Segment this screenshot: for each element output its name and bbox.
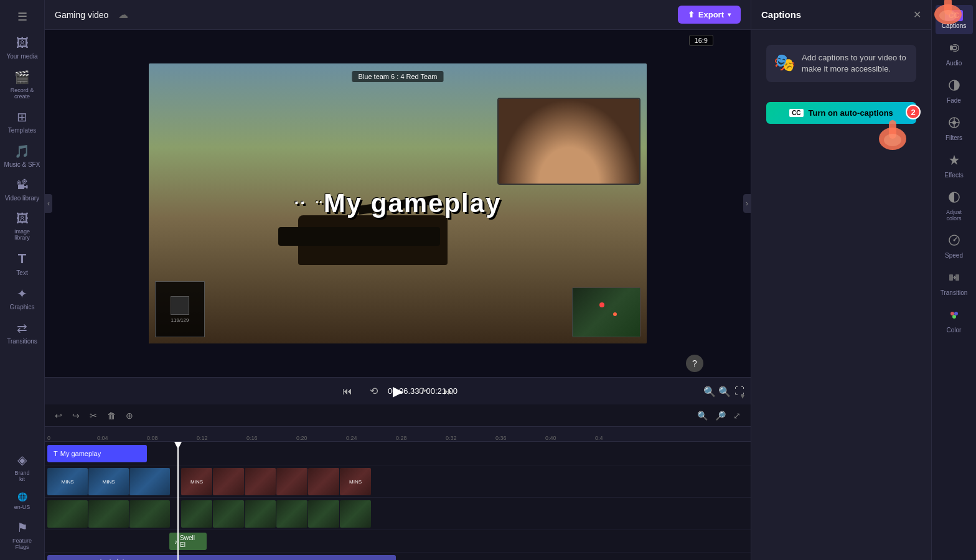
video-thumb-2-6 bbox=[245, 500, 276, 528]
locale-label: en-US bbox=[14, 504, 30, 510]
brand-label: Brandkit bbox=[14, 470, 29, 482]
hamburger-menu-icon[interactable]: ☰ bbox=[17, 10, 27, 24]
skip-to-start-button[interactable]: ⏮ bbox=[340, 383, 355, 399]
sidebar-item-brand[interactable]: ◈ Brandkit bbox=[0, 447, 44, 487]
sidebar-item-music[interactable]: 🎵 Music & SFX bbox=[0, 139, 44, 173]
icon-tool-speed[interactable]: Speed bbox=[936, 229, 973, 264]
video-segment-post[interactable]: MINS MINS bbox=[181, 468, 393, 495]
swell-clip[interactable]: ♪ Swell El bbox=[169, 533, 207, 550]
icon-tool-filters[interactable]: Filters bbox=[936, 111, 973, 146]
icon-tool-audio[interactable]: Audio bbox=[936, 37, 973, 72]
zoom-controls: 🔍 🔎 ⤢ bbox=[695, 409, 743, 422]
video-thumb-7 bbox=[276, 468, 307, 495]
video-background: ‥My gameplay Blue team 6 : 4 Red Team bbox=[149, 63, 647, 343]
video-seg-2-pre[interactable] bbox=[47, 500, 178, 528]
preview-video: ‥My gameplay Blue team 6 : 4 Red Team bbox=[149, 63, 647, 343]
sidebar-item-your-media[interactable]: 🖼 Your media bbox=[0, 31, 44, 65]
sidebar-item-image-library[interactable]: 🖼 Imagelibrary bbox=[0, 207, 44, 246]
ruler-mark-0: 0 bbox=[47, 435, 97, 441]
captions-description: Add captions to your video to make it mo… bbox=[802, 52, 909, 75]
zoom-in-button[interactable]: 🔎 bbox=[713, 409, 728, 422]
video-thumb-2-2 bbox=[88, 500, 129, 528]
video-thumb-2-1 bbox=[47, 500, 88, 528]
swell-clip-icon: ♪ bbox=[174, 538, 177, 545]
captions-info-card: 🎭 Add captions to your video to make it … bbox=[766, 45, 916, 82]
aspect-ratio-badge[interactable]: 16:9 bbox=[689, 35, 713, 46]
rewind-button[interactable]: ⟲ bbox=[367, 383, 380, 399]
timeline-section: ↩ ↪ ✂ 🗑 ⊕ 🔍 🔎 ⤢ 0 0:04 0:08 0:12 0:16 0:… bbox=[45, 404, 751, 560]
title-clip-label: My gameplay bbox=[60, 450, 101, 457]
auto-captions-container: CC Turn on auto-captions 2 bbox=[759, 97, 924, 129]
swell-clip-label: Swell El bbox=[180, 534, 202, 548]
sidebar-item-video-library[interactable]: 📽 Video library bbox=[0, 173, 44, 207]
icon-tool-color[interactable]: Color bbox=[936, 304, 973, 338]
svg-rect-17 bbox=[949, 274, 953, 281]
sidebar-item-feature-flags[interactable]: ⚑ FeatureFlags bbox=[0, 515, 44, 555]
svg-point-20 bbox=[954, 312, 958, 315]
map-overlay bbox=[572, 287, 640, 337]
sidebar-item-text[interactable]: T Text bbox=[0, 246, 44, 281]
collapse-left-button[interactable]: ‹ bbox=[45, 194, 52, 213]
video-thumb-5 bbox=[213, 468, 244, 495]
sidebar-item-record[interactable]: 🎬 Record &create bbox=[0, 65, 44, 105]
feature-flags-icon: ⚑ bbox=[17, 520, 28, 535]
export-button[interactable]: ⬆ Export ▾ bbox=[678, 6, 741, 24]
hyped-clip[interactable]: ♪ All hyped up bbox=[47, 555, 396, 560]
delete-button[interactable]: 🗑 bbox=[105, 409, 118, 422]
add-to-timeline-button[interactable]: ⊕ bbox=[123, 409, 136, 422]
help-button[interactable]: ? bbox=[686, 355, 703, 372]
redo-button[interactable]: ↪ bbox=[70, 409, 82, 422]
sidebar-item-locale[interactable]: 🌐 en-US bbox=[0, 487, 44, 515]
icon-tool-captions[interactable]: 1 CC Captions bbox=[936, 5, 973, 34]
captions-content: 🎭 Add captions to your video to make it … bbox=[751, 30, 931, 97]
undo-button[interactable]: ↩ bbox=[52, 409, 65, 422]
main-area: Gaming video ☁ ⬆ Export ▾ ‥My gameplay bbox=[45, 0, 751, 560]
audio-tool-icon bbox=[948, 42, 960, 57]
sidebar-item-transitions[interactable]: ⇄ Transitions bbox=[0, 315, 44, 350]
transitions-icon: ⇄ bbox=[17, 320, 27, 335]
timeline-toolbar: ↩ ↪ ✂ 🗑 ⊕ 🔍 🔎 ⤢ bbox=[45, 404, 751, 427]
icon-tool-transition[interactable]: Transition bbox=[936, 266, 973, 301]
collapse-right-button[interactable]: › bbox=[743, 194, 751, 213]
record-icon: 🎬 bbox=[14, 70, 30, 85]
video-seg-2-post[interactable] bbox=[181, 500, 393, 528]
left-sidebar: ☰ 🖼 Your media 🎬 Record &create ⊞ Templa… bbox=[0, 0, 45, 560]
fit-timeline-button[interactable]: ⤢ bbox=[731, 409, 743, 422]
video-thumb-2-4 bbox=[181, 500, 212, 528]
zoom-out-timeline-button[interactable]: 🔍 bbox=[703, 385, 716, 397]
icon-tool-effects[interactable]: Effects bbox=[936, 149, 973, 184]
preview-controls-row: ⏮ ⟲ ▶ ⟳ ⏭ 00:06.33 / 00:21.00 🔍 🔍 ⛶ ▾ bbox=[45, 377, 751, 404]
icon-tool-fade[interactable]: Fade bbox=[936, 74, 973, 109]
feature-flags-label: FeatureFlags bbox=[12, 538, 32, 550]
video-thumb-2-8 bbox=[308, 500, 339, 528]
ruler-mark-16: 0:16 bbox=[246, 435, 296, 441]
auto-captions-button[interactable]: CC Turn on auto-captions bbox=[766, 102, 916, 124]
video-segment-pre[interactable]: MINS MINS bbox=[47, 468, 178, 495]
score-overlay: Blue team 6 : 4 Red Team bbox=[352, 71, 444, 82]
video-thumb-2-7 bbox=[276, 500, 307, 528]
video-title-text: ‥My gameplay bbox=[294, 189, 501, 218]
zoom-out-button[interactable]: 🔍 bbox=[695, 409, 710, 422]
svg-point-9 bbox=[952, 121, 956, 124]
panel-close-button[interactable]: ✕ bbox=[913, 9, 921, 21]
map-marker-2 bbox=[613, 312, 617, 316]
zoom-in-timeline-button[interactable]: 🔍 bbox=[718, 385, 731, 397]
ruler-mark-36: 0:36 bbox=[495, 435, 545, 441]
adjust-colors-tool-label: Adjustcolors bbox=[946, 209, 962, 222]
timeline-ruler: 0 0:04 0:08 0:12 0:16 0:20 0:24 0:28 0:3… bbox=[45, 427, 751, 442]
video-thumb-1: MINS bbox=[47, 468, 88, 495]
captions-panel: Captions ✕ 🎭 Add captions to your video … bbox=[751, 0, 931, 560]
sidebar-item-graphics[interactable]: ✦ Graphics bbox=[0, 281, 44, 315]
collapse-timeline-button[interactable]: ▾ bbox=[741, 392, 744, 401]
cut-button[interactable]: ✂ bbox=[87, 409, 100, 422]
panel-title: Captions bbox=[761, 9, 801, 20]
sidebar-item-templates[interactable]: ⊞ Templates bbox=[0, 105, 44, 139]
transition-tool-icon bbox=[948, 271, 960, 287]
ruler-mark-4: 0:04 bbox=[97, 435, 147, 441]
webcam-pip bbox=[497, 98, 640, 185]
graphics-icon: ✦ bbox=[17, 286, 27, 301]
svg-point-19 bbox=[950, 312, 954, 315]
video-thumb-9: MINS bbox=[340, 468, 371, 495]
icon-tool-adjust-colors[interactable]: Adjustcolors bbox=[936, 186, 973, 226]
title-clip[interactable]: T My gameplay bbox=[47, 445, 147, 462]
